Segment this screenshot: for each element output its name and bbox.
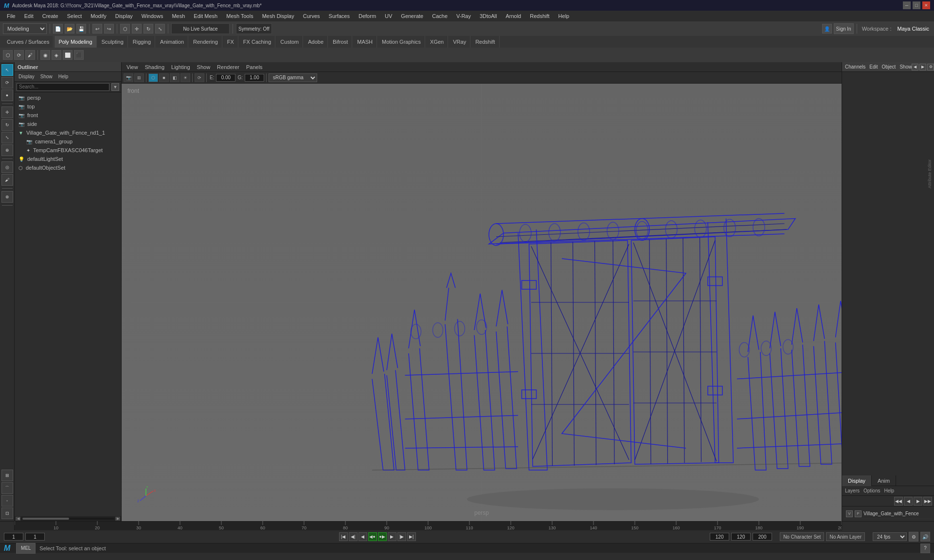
paint-icon[interactable]: 🖌 xyxy=(25,50,35,60)
vp-grid-icon[interactable]: ⊞ xyxy=(134,73,144,82)
range-start-input[interactable]: 1 xyxy=(25,533,45,541)
vp-solid-icon[interactable]: ■ xyxy=(159,73,169,82)
outliner-search-btn[interactable]: ▼ xyxy=(111,83,119,91)
tab-fx-caching[interactable]: FX Caching xyxy=(239,36,275,48)
layers-subtab[interactable]: Layers xyxy=(845,488,860,493)
hscroll-left-arrow[interactable]: ◀ xyxy=(16,517,20,521)
menu-item-select[interactable]: Select xyxy=(63,12,86,20)
soft-mod-btn[interactable]: ◎ xyxy=(1,161,13,173)
current-frame-input[interactable]: 1 xyxy=(4,533,23,541)
outliner-show-menu[interactable]: Show xyxy=(38,74,54,79)
select-tool-btn[interactable]: ↖ xyxy=(1,64,13,76)
paint-select-btn[interactable]: ● xyxy=(1,89,13,101)
vp-camera-icon[interactable]: 📷 xyxy=(124,73,133,82)
rp-btn1[interactable]: ◀◀ xyxy=(894,497,903,506)
lasso-tool-btn[interactable]: ⟳ xyxy=(1,77,13,88)
prev-frame-btn[interactable]: ◀ xyxy=(359,532,367,541)
open-file-icon[interactable]: 📂 xyxy=(65,24,74,34)
rp-btn4[interactable]: ▶▶ xyxy=(923,497,932,506)
outliner-help-menu[interactable]: Help xyxy=(56,74,71,79)
object-tab-btn[interactable]: Object xyxy=(882,64,896,70)
outliner-item[interactable]: ▼Village_Gate_with_Fence_nd1_1 xyxy=(15,128,121,137)
outliner-item[interactable]: 📷persp xyxy=(15,93,121,102)
menu-item-v-ray[interactable]: V-Ray xyxy=(452,12,475,20)
tab-adobe[interactable]: Adobe xyxy=(304,36,328,48)
scale-tool-btn[interactable]: ⤡ xyxy=(1,132,13,143)
mel-button[interactable]: MEL xyxy=(16,543,36,554)
no-anim-layer-btn[interactable]: No Anim Layer xyxy=(826,532,865,541)
vp-view-menu[interactable]: View xyxy=(124,64,141,70)
snap-point-btn[interactable]: ◦ xyxy=(1,495,13,507)
vp-renderer-menu[interactable]: Renderer xyxy=(214,64,242,70)
edit-tab-btn[interactable]: Edit xyxy=(869,64,878,70)
tab-poly-modeling[interactable]: Poly Modeling xyxy=(54,36,96,48)
live-surface-button[interactable]: No Live Surface xyxy=(171,23,230,34)
sign-in-button[interactable]: Sign In xyxy=(834,23,854,34)
max-range-end-input[interactable] xyxy=(731,533,751,541)
bridge-icon[interactable]: ⬜ xyxy=(63,50,72,60)
tab-vray[interactable]: VRay xyxy=(449,36,470,48)
hscroll-right-arrow[interactable]: ▶ xyxy=(115,517,120,521)
tab-animation[interactable]: Animation xyxy=(156,36,188,48)
move-tool-btn[interactable]: ✛ xyxy=(1,106,13,118)
show-manip-btn[interactable]: ⊗ xyxy=(1,191,13,203)
symmetry-button[interactable]: Symmetry: Off xyxy=(236,23,272,34)
help-icon[interactable]: ? xyxy=(920,543,930,553)
extrude-icon[interactable]: ◉ xyxy=(40,50,50,60)
vp-wireframe-icon[interactable]: ⬡ xyxy=(148,73,158,82)
outliner-search-input[interactable] xyxy=(17,83,109,91)
menu-item-generate[interactable]: Generate xyxy=(397,12,427,20)
minimize-button[interactable]: ─ xyxy=(903,1,911,9)
rp-icon2[interactable]: ▶ xyxy=(919,64,926,70)
go-start-btn[interactable]: |◀ xyxy=(339,532,348,541)
channels-tab-btn[interactable]: Channels xyxy=(845,64,865,70)
snap-grid-btn[interactable]: ⊞ xyxy=(1,470,13,481)
menu-item-deform[interactable]: Deform xyxy=(355,12,380,20)
no-character-set-btn[interactable]: No Character Set xyxy=(780,532,824,541)
tab-bifrost[interactable]: Bifrost xyxy=(329,36,352,48)
menu-item-display[interactable]: Display xyxy=(111,12,137,20)
rp-icon1[interactable]: ◀ xyxy=(912,64,918,70)
play-back-btn[interactable]: ◀● xyxy=(368,532,377,541)
tab-sculpting[interactable]: Sculpting xyxy=(98,36,128,48)
next-frame-btn[interactable]: ▶ xyxy=(388,532,396,541)
outliner-item[interactable]: 📷front xyxy=(15,111,121,120)
tab-mash[interactable]: MASH xyxy=(353,36,377,48)
anim-tab[interactable]: Anim xyxy=(872,475,896,486)
timeline-settings-icon[interactable]: ⚙ xyxy=(909,532,918,542)
tab-rigging[interactable]: Rigging xyxy=(129,36,155,48)
menu-item-help[interactable]: Help xyxy=(555,12,574,20)
tab-custom[interactable]: Custom xyxy=(276,36,303,48)
menu-item-windows[interactable]: Windows xyxy=(138,12,167,20)
menu-item-modify[interactable]: Modify xyxy=(87,12,110,20)
outliner-item[interactable]: 💡defaultLightSet xyxy=(15,155,121,163)
outliner-display-menu[interactable]: Display xyxy=(17,74,36,79)
viewport-area[interactable]: front persp X Y Z xyxy=(122,84,842,521)
outliner-hscroll[interactable]: ◀ ▶ xyxy=(15,516,121,521)
close-button[interactable]: ✕ xyxy=(922,1,930,9)
vp-iso-icon[interactable]: ⟳ xyxy=(195,73,204,82)
rp-btn3[interactable]: ▶ xyxy=(914,497,922,506)
help-subtab[interactable]: Help xyxy=(884,488,894,493)
hscroll-track[interactable] xyxy=(21,518,114,520)
outliner-item[interactable]: 📷top xyxy=(15,102,121,111)
fps-select[interactable]: 24 fps xyxy=(873,532,907,541)
vp-light-icon[interactable]: ☀ xyxy=(180,73,190,82)
rp-btn2[interactable]: ◀ xyxy=(904,497,913,506)
tab-xgen[interactable]: XGen xyxy=(426,36,448,48)
sign-in-icon[interactable]: 👤 xyxy=(822,24,832,34)
save-file-icon[interactable]: 💾 xyxy=(76,24,86,34)
redo-icon[interactable]: ↪ xyxy=(104,24,114,34)
menu-item-cache[interactable]: Cache xyxy=(428,12,451,20)
rotate-tool-icon[interactable]: ↻ xyxy=(144,24,153,34)
rp-icon3[interactable]: ⚙ xyxy=(927,64,934,70)
outliner-item[interactable]: ⬡defaultObjectSet xyxy=(15,163,121,172)
menu-item-mesh[interactable]: Mesh xyxy=(168,12,189,20)
move-tool-icon[interactable]: ✛ xyxy=(132,24,142,34)
go-end-btn[interactable]: ▶| xyxy=(407,532,416,541)
play-fwd-btn[interactable]: ●▶ xyxy=(378,532,387,541)
options-subtab[interactable]: Options xyxy=(863,488,880,493)
outliner-item[interactable]: 📷side xyxy=(15,120,121,128)
snap-curve-btn[interactable]: ⌒ xyxy=(1,482,13,494)
display-tab[interactable]: Display xyxy=(842,475,872,486)
